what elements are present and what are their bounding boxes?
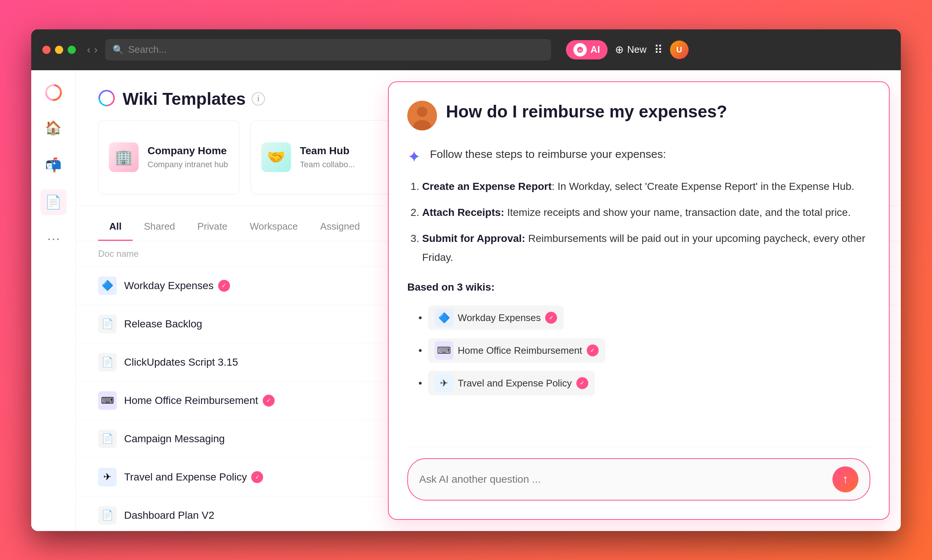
- template-card-team-hub[interactable]: 🤝 Team Hub Team collabo...: [251, 120, 392, 194]
- svg-point-3: [417, 107, 428, 117]
- ai-step-3: Submit for Approval: Reimbursements will…: [422, 229, 870, 267]
- info-icon: i: [257, 94, 259, 104]
- ai-wiki-link-workday[interactable]: • 🔷 Workday Expenses ✓: [418, 305, 870, 330]
- team-hub-title: Team Hub: [300, 145, 355, 157]
- browser-window: ‹ › 🔍 Search... AI AI ⊕ New ⠿ U: [31, 29, 901, 531]
- send-icon: ↑: [843, 472, 848, 486]
- sidebar: 🏠 📬 📄 ⋯: [31, 70, 76, 531]
- ai-input-box: ↑: [407, 458, 870, 500]
- docs-icon: 📄: [45, 194, 62, 210]
- ai-wiki-link-travel[interactable]: • ✈ Travel and Expense Policy ✓: [418, 371, 870, 395]
- main-content: Wiki Templates i 🏢 Company Home Company …: [76, 70, 901, 531]
- ai-wiki-link-home-office[interactable]: • ⌨ Home Office Reimbursement ✓: [418, 338, 870, 363]
- ai-button[interactable]: AI AI: [566, 40, 607, 60]
- more-icon: ⋯: [47, 231, 60, 247]
- svg-text:AI: AI: [578, 48, 581, 52]
- traffic-light-red[interactable]: [42, 46, 51, 54]
- sidebar-item-more[interactable]: ⋯: [40, 226, 66, 252]
- new-button[interactable]: ⊕ New: [615, 43, 647, 56]
- team-hub-info: Team Hub Team collabo...: [300, 145, 355, 169]
- ai-input-area: ↑: [407, 447, 870, 500]
- wiki-badge-workday: 🔷 Workday Expenses ✓: [428, 305, 564, 330]
- inbox-icon: 📬: [45, 157, 62, 173]
- user-avatar[interactable]: U: [670, 40, 689, 59]
- ai-user-avatar: [407, 101, 437, 131]
- ai-icon: AI: [574, 43, 587, 57]
- verified-badge-workday: ✓: [218, 280, 230, 292]
- verified-badge-travel: ✓: [251, 471, 263, 483]
- ai-badge-label: AI: [591, 44, 600, 55]
- ai-answer-intro: Follow these steps to reimburse your exp…: [430, 145, 666, 163]
- tab-shared[interactable]: Shared: [133, 213, 186, 241]
- team-hub-subtitle: Team collabo...: [300, 160, 355, 169]
- traffic-light-yellow[interactable]: [55, 46, 63, 54]
- grid-icon[interactable]: ⠿: [654, 43, 663, 57]
- verified-badge-wiki-workday: ✓: [545, 312, 557, 324]
- tab-all[interactable]: All: [98, 213, 133, 241]
- browser-chrome: ‹ › 🔍 Search... AI AI ⊕ New ⠿ U: [31, 29, 901, 70]
- ai-send-button[interactable]: ↑: [832, 466, 858, 492]
- wiki-link-icon-workday: 🔷: [435, 308, 454, 327]
- ai-step-2: Attach Receipts: Itemize receipts and sh…: [422, 203, 870, 222]
- wiki-link-name-home-office: Home Office Reimbursement: [458, 342, 582, 359]
- wiki-logo-icon: [98, 89, 117, 108]
- step-2-bold: Attach Receipts:: [422, 207, 504, 218]
- tab-assigned[interactable]: Assigned: [309, 213, 371, 241]
- verified-badge-wiki-travel: ✓: [577, 377, 588, 389]
- wiki-badge-travel: ✈ Travel and Expense Policy ✓: [428, 371, 595, 395]
- wiki-link-name-travel: Travel and Expense Policy: [458, 375, 572, 392]
- wiki-title: Wiki Templates: [123, 89, 246, 109]
- wiki-badge-home-office: ⌨ Home Office Reimbursement ✓: [428, 338, 605, 363]
- company-home-title: Company Home: [148, 145, 228, 157]
- sparkle-icon: ✦: [407, 147, 421, 166]
- verified-badge-home-office: ✓: [263, 395, 275, 406]
- company-home-subtitle: Company intranet hub: [148, 160, 228, 169]
- app-content: 🏠 📬 📄 ⋯: [31, 70, 901, 531]
- wiki-link-icon-travel: ✈: [435, 374, 454, 392]
- doc-icon-dashboard: 📄: [98, 506, 117, 525]
- doc-icon-workday: 🔷: [98, 277, 117, 295]
- search-placeholder: Search...: [128, 44, 167, 55]
- ai-wiki-links: • 🔷 Workday Expenses ✓ • ⌨ Home Of: [407, 305, 870, 395]
- sidebar-item-docs[interactable]: 📄: [40, 189, 66, 215]
- ai-sparkle-row: ✦ Follow these steps to reimburse your e…: [407, 145, 870, 166]
- app-logo[interactable]: [42, 82, 65, 104]
- doc-icon-home-office: ⌨: [98, 391, 117, 410]
- verified-badge-wiki-home-office: ✓: [587, 345, 599, 356]
- sidebar-item-home[interactable]: 🏠: [40, 115, 66, 141]
- nav-arrows: ‹ ›: [87, 45, 98, 55]
- ai-step-1: Create an Expense Report: In Workday, se…: [422, 177, 870, 196]
- company-home-icon: 🏢: [109, 142, 138, 172]
- ai-panel: How do I reimburse my expenses? ✦ Follow…: [388, 82, 890, 520]
- ai-question-row: How do I reimburse my expenses?: [407, 101, 870, 131]
- search-icon: 🔍: [112, 45, 124, 55]
- doc-icon-travel: ✈: [98, 468, 117, 486]
- template-card-company-home[interactable]: 🏢 Company Home Company intranet hub: [98, 120, 239, 194]
- step-3-bold: Submit for Approval:: [422, 232, 525, 244]
- ai-question-text: How do I reimburse my expenses?: [446, 101, 727, 123]
- ai-based-on: Based on 3 wikis:: [407, 278, 870, 297]
- new-label: New: [627, 44, 647, 55]
- wiki-link-icon-home-office: ⌨: [435, 341, 454, 360]
- team-hub-icon: 🤝: [261, 142, 291, 172]
- home-icon: 🏠: [45, 120, 62, 135]
- plus-icon: ⊕: [615, 43, 624, 56]
- tab-workspace[interactable]: Workspace: [238, 213, 309, 241]
- ai-steps: Create an Expense Report: In Workday, se…: [407, 177, 870, 447]
- traffic-light-green[interactable]: [68, 46, 76, 54]
- company-home-info: Company Home Company intranet hub: [148, 145, 228, 169]
- traffic-lights: [42, 46, 76, 54]
- doc-icon-campaign: 📄: [98, 429, 117, 448]
- sidebar-item-inbox[interactable]: 📬: [40, 152, 66, 178]
- wiki-link-name-workday: Workday Expenses: [458, 309, 541, 327]
- doc-icon-backlog: 📄: [98, 315, 117, 333]
- forward-button[interactable]: ›: [94, 45, 97, 55]
- doc-icon-clickupdates: 📄: [98, 353, 117, 372]
- back-button[interactable]: ‹: [87, 45, 90, 55]
- ai-input-field[interactable]: [419, 474, 825, 485]
- wiki-info-button[interactable]: i: [252, 92, 265, 106]
- tab-private[interactable]: Private: [186, 213, 238, 241]
- step-1-bold: Create an Expense Report: [422, 181, 552, 192]
- address-bar[interactable]: 🔍 Search...: [105, 39, 551, 61]
